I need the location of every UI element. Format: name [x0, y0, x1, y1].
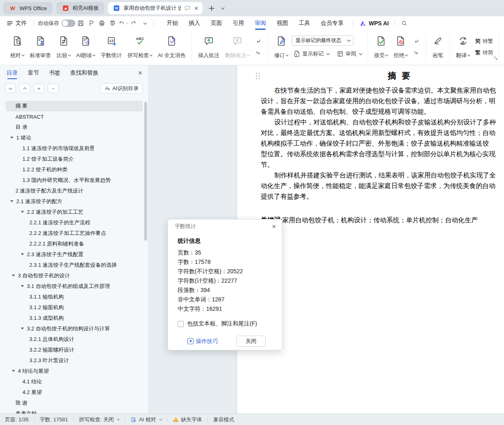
insert-comment-button[interactable]: 插入批注: [195, 33, 222, 60]
spell-check-status[interactable]: 拼写检查: 关闭: [79, 416, 119, 423]
print-preview-button[interactable]: [107, 18, 118, 28]
tips-link[interactable]: 操作技巧: [187, 338, 218, 345]
toc-item[interactable]: 2.3.1 速冻饺子生产线配套设备的选择: [6, 260, 143, 270]
review-pane-button[interactable]: 审阅: [335, 49, 363, 58]
compare-button[interactable]: 比较: [54, 33, 73, 60]
toc-item[interactable]: 3.1.2 输面机构: [6, 302, 143, 313]
sidebar-scrollbar[interactable]: [144, 102, 147, 241]
toc-next-heading-button[interactable]: [5, 84, 16, 93]
toc-item[interactable]: 3.1.3 成型机构: [6, 313, 143, 323]
tab-list-button[interactable]: [217, 3, 227, 13]
simplified-to-traditional-button[interactable]: 简转繁: [473, 37, 495, 46]
toc-item[interactable]: 摘 要: [6, 101, 143, 111]
wps-ai-button[interactable]: WPS AI: [357, 20, 390, 27]
next-change-button[interactable]: [411, 48, 422, 57]
dialog-close-icon[interactable]: ✕: [272, 224, 276, 230]
ai-recognize-toc-button[interactable]: AI识别目录: [100, 83, 143, 93]
toc-item[interactable]: 2.2 速冻饺子的加工工艺: [6, 207, 143, 217]
previous-comment-button[interactable]: [253, 37, 264, 46]
toc-item[interactable]: 4.2 展望: [6, 387, 143, 398]
ai-read-aloud-button[interactable]: AI朗读: [73, 33, 98, 60]
previous-change-button[interactable]: [411, 37, 422, 46]
toc-item[interactable]: 2.3 速冻饺子生产线配置: [6, 249, 143, 260]
toc-item[interactable]: ABSTRACT: [6, 111, 143, 122]
traditional-to-simplified-button[interactable]: 繁转简: [473, 48, 495, 57]
menu-tab-6[interactable]: 视图: [271, 16, 293, 30]
toc-item[interactable]: 3.2.3 叶片泵设计: [6, 355, 143, 366]
tab-wps-office[interactable]: W WPS Office: [3, 2, 53, 14]
toc-item[interactable]: 1.2 饺子加工设备简介: [6, 154, 143, 164]
toc-item[interactable]: 1 绪论: [6, 133, 143, 143]
delete-comment-button[interactable]: 删除批注: [222, 33, 252, 60]
restrict-editing-button[interactable]: 限制编辑: [502, 33, 504, 60]
toc-expand-button[interactable]: ＋: [33, 84, 44, 93]
toc-item[interactable]: 2.2.2.1 原料和辅料准备: [6, 239, 143, 249]
pen-button[interactable]: 画笔: [429, 33, 446, 60]
toc-item[interactable]: 4.1 结论: [6, 376, 143, 387]
toc-item[interactable]: 参考文献: [6, 408, 143, 414]
toc-item[interactable]: 3.2.1 总体机构设计: [6, 334, 143, 345]
dialog-launcher-icon[interactable]: [494, 54, 497, 62]
menu-tab-1[interactable]: 开始: [161, 16, 183, 30]
menu-tab-2[interactable]: 插入: [183, 16, 205, 30]
dialog-close-button[interactable]: 关闭: [236, 336, 266, 347]
collapse-arrow-icon[interactable]: [12, 274, 15, 277]
sidebar-tab-find-replace[interactable]: 查找和替换: [70, 67, 99, 79]
menu-tab-4[interactable]: 引用: [227, 16, 249, 30]
reject-change-button[interactable]: 拒绝: [391, 33, 410, 60]
file-menu-button[interactable]: 文件: [4, 20, 29, 27]
toc-item[interactable]: 1.3 国内外研究概况、水平和发展趋势: [6, 175, 143, 186]
paragraph-drag-handle-icon[interactable]: [255, 72, 260, 79]
new-tab-button[interactable]: [206, 3, 217, 13]
tab-document-active[interactable]: W 家用自动包饺子机设计 设计 ✕: [108, 2, 202, 14]
next-comment-button[interactable]: [253, 48, 264, 57]
accept-change-button[interactable]: 接受: [371, 33, 391, 60]
toc-item[interactable]: 2 速冻饺子配方及生产线设计: [6, 186, 143, 196]
compatibility-mode-indicator[interactable]: 兼容模式: [213, 416, 234, 423]
collapse-arrow-icon[interactable]: [21, 285, 24, 287]
toc-item[interactable]: 3.2.2 输面螺杆设计: [6, 345, 143, 355]
sidebar-tab-contents[interactable]: 目录: [7, 67, 18, 79]
translate-button[interactable]: 文A 翻译: [453, 33, 473, 60]
toc-collapse-button[interactable]: －: [48, 84, 59, 93]
export-pdf-button[interactable]: [86, 18, 97, 28]
toc-item[interactable]: 1.2.2 饺子机的种类: [6, 164, 143, 175]
word-count-button[interactable]: 12 字数统计: [98, 33, 125, 60]
toc-item[interactable]: 目 录: [6, 122, 143, 133]
toc-item[interactable]: 3.1 自动包饺子机的组成及工作原理: [6, 281, 143, 292]
menu-tab-8[interactable]: 会员专享: [315, 16, 349, 30]
menu-tab-5[interactable]: 审阅: [249, 16, 271, 30]
show-markup-button[interactable]: 显示标记: [292, 49, 331, 58]
ai-polish-button[interactable]: AI 全文润色: [155, 33, 188, 60]
collapse-arrow-icon[interactable]: [21, 211, 24, 213]
collapse-arrow-icon[interactable]: [10, 137, 13, 139]
collapse-arrow-icon[interactable]: [21, 328, 24, 330]
toc-item[interactable]: 4 结论与展望: [6, 366, 143, 376]
toc-item[interactable]: 2.1 速冻饺子的配方: [6, 196, 143, 207]
standard-review-button[interactable]: 标准审查: [27, 33, 54, 60]
autosave-toggle[interactable]: [62, 20, 75, 27]
print-button[interactable]: [97, 18, 107, 28]
include-textbox-checkbox[interactable]: [178, 321, 184, 327]
markup-state-select[interactable]: 显示标记的最终状态: [292, 35, 354, 46]
tab-close-icon[interactable]: ✕: [194, 5, 198, 11]
spell-check-button[interactable]: ABC 拼写检查: [125, 33, 155, 60]
collapse-arrow-icon[interactable]: [10, 200, 13, 202]
track-changes-button[interactable]: 修订: [271, 33, 291, 60]
undo-button[interactable]: [118, 18, 128, 28]
toc-item[interactable]: 1.1 速冻饺子的市场现状及前景: [6, 143, 143, 154]
save-button[interactable]: [75, 18, 86, 28]
menu-tab-3[interactable]: 页面: [205, 16, 227, 30]
search-button[interactable]: [399, 18, 409, 28]
toc-item[interactable]: 致 谢: [6, 398, 143, 408]
ai-proofread-status[interactable]: AI 校对: [130, 416, 162, 423]
collapse-arrow-icon[interactable]: [21, 253, 24, 255]
toc-item[interactable]: 3 自动包饺子机的设计: [6, 270, 143, 281]
sidebar-close-icon[interactable]: ✕: [138, 70, 143, 76]
toc-item[interactable]: 3.2 自动包饺子机的结构设计与计算: [6, 323, 143, 334]
toc-previous-heading-button[interactable]: [19, 84, 30, 93]
menu-tab-7[interactable]: 工具: [293, 16, 315, 30]
collapse-arrow-icon[interactable]: [12, 370, 15, 372]
word-count-indicator[interactable]: 字数: 17581: [40, 416, 68, 423]
missing-font-warning[interactable]: 缺失字体: [173, 416, 202, 423]
